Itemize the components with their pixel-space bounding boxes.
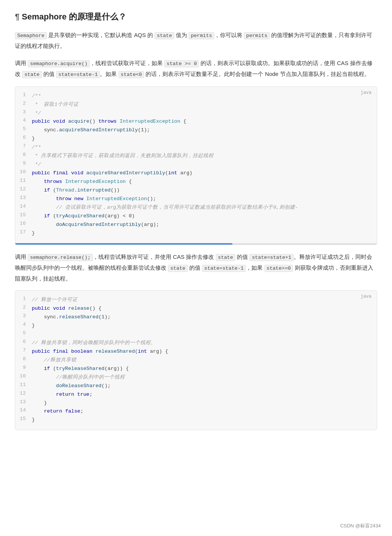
code-state-minus1-2: state=state-1	[202, 265, 246, 272]
code-permits-2: permits	[244, 32, 270, 39]
code-line: 14 // 尝试获取许可证，arg为获取许可证个数，当可用许可证数减当前获取的许…	[15, 203, 377, 212]
scrollbar-1[interactable]	[15, 243, 377, 245]
code-block-1: java 1 /** 2 * 获取1个许可证 3 */ 4 public voi…	[15, 86, 377, 245]
code-line: 3 sync.releaseShared(1);	[15, 313, 377, 322]
code-line: 6 }	[15, 135, 377, 143]
code-line: 2 public void release() {	[15, 304, 377, 313]
code-block-2: java 1 // 释放一个许可证 2 public void release(…	[15, 290, 377, 430]
code-lang-2: java	[361, 294, 371, 299]
code-semaphore: Semaphore	[15, 32, 47, 39]
code-line: 10 public final void acquireSharedInterr…	[15, 169, 377, 178]
code-line: 10 //唤醒同步队列中的一个线程	[15, 373, 377, 382]
code-line: 5 sync.acquireSharedInterruptibly(1);	[15, 126, 377, 135]
code-line: 15 }	[15, 416, 377, 425]
code-line: 5	[15, 330, 377, 339]
code-state-2: state	[22, 71, 42, 78]
code-state-gte0-2: state>=0	[264, 265, 293, 272]
code-lang-1: java	[361, 90, 371, 95]
footer: CSDN @标盲2434	[340, 523, 381, 529]
footer-text: CSDN @标盲2434	[340, 523, 381, 529]
code-line: 4 }	[15, 322, 377, 330]
code-line: 13 }	[15, 399, 377, 408]
code-line: 11 doReleaseShared();	[15, 382, 377, 390]
code-line: 9 if (tryReleaseShared(arg)) {	[15, 365, 377, 373]
code-line: 1 /**	[15, 92, 377, 101]
code-line: 7 public final boolean releaseShared(int…	[15, 347, 377, 356]
code-state-1: state	[154, 32, 174, 39]
paragraph-3: 调用 semaphore.release();，线程尝试释放许可证，并使用 CA…	[15, 252, 377, 284]
code-line: 13 throw new InterruptedException();	[15, 195, 377, 203]
para-mark: ¶	[15, 12, 19, 22]
code-line: 16 doAcquireSharedInterruptibly(arg);	[15, 221, 377, 229]
code-line: 15 if (tryAcquireShared(arg) < 0)	[15, 212, 377, 221]
paragraph-2: 调用 semaphore.acquire()，线程尝试获取许可证，如果 stat…	[15, 58, 377, 80]
code-line: 8 * 共享模式下获取许可证，获取成功则返回，失败则加入阻塞队列，挂起线程	[15, 152, 377, 160]
code-line: 17 }	[15, 229, 377, 238]
code-state-gte0: state >= 0	[164, 60, 199, 67]
paragraph-1: Semaphore 是共享锁的一种实现，它默认构造 AQS 的 state 值为…	[15, 30, 377, 51]
code-line: 4 public void acquire() throws Interrupt…	[15, 117, 377, 126]
code-state-plus1: state=state+1	[249, 254, 293, 261]
code-line: 14 return false;	[15, 407, 377, 416]
title-text: Semaphore 的原理是什么？	[22, 11, 126, 22]
code-line: 9 */	[15, 160, 377, 169]
code-line: 7 /**	[15, 143, 377, 152]
code-line: 8 //释放共享锁	[15, 356, 377, 365]
code-content-2: 1 // 释放一个许可证 2 public void release() { 3…	[15, 291, 377, 430]
code-line: 3 */	[15, 109, 377, 118]
code-line: 12 if (Thread.interrupted())	[15, 186, 377, 195]
code-release: semaphore.release();	[28, 254, 93, 261]
code-content-1: 1 /** 2 * 获取1个许可证 3 */ 4 public void acq…	[15, 87, 377, 243]
code-state-lt0: state<0	[119, 71, 144, 78]
code-line: 6 // 释放共享锁，同时会唤醒同步队列中的一个线程。	[15, 339, 377, 347]
code-state-3: state	[216, 254, 236, 261]
code-line: 12 return true;	[15, 390, 377, 399]
code-state-4: state	[168, 265, 188, 272]
code-line: 11 throws InterruptedException {	[15, 178, 377, 186]
code-permits-1: permits	[189, 32, 214, 39]
code-state-minus1: state=state-1	[56, 71, 100, 78]
page-title: ¶ Semaphore 的原理是什么？	[15, 11, 377, 22]
code-acquire: semaphore.acquire()	[28, 60, 90, 67]
code-line: 1 // 释放一个许可证	[15, 296, 377, 304]
code-line: 2 * 获取1个许可证	[15, 101, 377, 109]
